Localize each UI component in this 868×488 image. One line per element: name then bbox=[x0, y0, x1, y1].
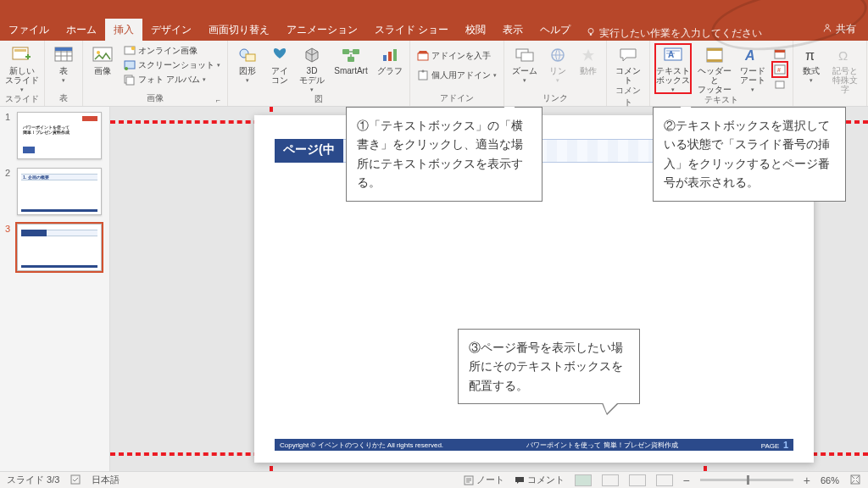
fit-window-button[interactable] bbox=[849, 474, 861, 487]
action-button[interactable]: 動作 bbox=[576, 44, 601, 75]
reading-view-button[interactable] bbox=[629, 474, 646, 486]
table-label: 表 bbox=[59, 66, 68, 75]
zoom-slider[interactable] bbox=[700, 479, 793, 481]
svg-rect-1 bbox=[590, 34, 592, 36]
chart-button[interactable]: グラフ bbox=[376, 44, 404, 75]
tell-me[interactable]: 実行したい作業を入力してください bbox=[586, 26, 762, 41]
thumbnail-1[interactable]: 1パワーポイントを使って 簡単！プレゼン資料作成 bbox=[5, 112, 104, 159]
title-bar bbox=[0, 0, 868, 19]
thumb-num: 3 bbox=[5, 224, 12, 271]
group-slides: 新しい スライド ▾ スライド bbox=[0, 41, 45, 106]
equation-label: 数式 bbox=[803, 66, 820, 75]
link-label: リン bbox=[549, 66, 566, 75]
slide-number-button[interactable]: # bbox=[772, 62, 787, 77]
zoom-button[interactable]: ズーム▾ bbox=[509, 44, 540, 84]
new-slide-label: 新しい スライド bbox=[5, 66, 39, 85]
wordart-button[interactable]: Aワード アート▾ bbox=[738, 44, 767, 93]
svg-rect-16 bbox=[246, 54, 255, 61]
svg-rect-18 bbox=[353, 49, 359, 54]
svg-text:A: A bbox=[668, 50, 674, 59]
svg-rect-33 bbox=[707, 59, 722, 62]
action-label: 動作 bbox=[580, 66, 597, 75]
symbol-button[interactable]: Ω記号と 特殊文字 bbox=[829, 44, 861, 94]
3d-models-button[interactable]: 3D モデル▾ bbox=[298, 44, 326, 93]
normal-view-button[interactable] bbox=[575, 474, 592, 486]
tell-me-text: 実行したい作業を入力してください bbox=[599, 26, 762, 41]
callout-3-text: ③ページ番号を表示したい場所にそのテキストボックスを配置する。 bbox=[469, 341, 623, 392]
my-addins-button[interactable]: 個人用アドイン ▾ bbox=[415, 69, 498, 82]
tab-view[interactable]: 表示 bbox=[494, 19, 531, 41]
tab-animations[interactable]: アニメーション bbox=[278, 19, 366, 41]
zoom-label: ズーム bbox=[512, 66, 537, 75]
pictures-button[interactable]: 画像 bbox=[88, 44, 117, 75]
svg-rect-19 bbox=[348, 57, 354, 62]
tab-design[interactable]: デザイン bbox=[142, 19, 200, 41]
status-bar: スライド 3/3 日本語 ノート コメント − + 66% bbox=[0, 471, 868, 488]
online-pictures-icon bbox=[124, 45, 136, 57]
slideshow-view-button[interactable] bbox=[656, 474, 673, 486]
status-lang[interactable]: 日本語 bbox=[92, 474, 120, 486]
equation-button[interactable]: π数式▾ bbox=[798, 44, 824, 84]
dialog-launcher-icon[interactable]: ⌐ bbox=[216, 96, 220, 104]
link-button[interactable]: リン▾ bbox=[545, 44, 570, 84]
svg-rect-32 bbox=[707, 48, 722, 51]
store-icon bbox=[417, 50, 429, 62]
tab-transitions[interactable]: 画面切り替え bbox=[200, 19, 278, 41]
icons-button[interactable]: アイ コン bbox=[267, 44, 292, 85]
svg-rect-4 bbox=[14, 49, 26, 52]
textbox-icon: A bbox=[662, 46, 684, 64]
zoom-percent[interactable]: 66% bbox=[821, 475, 839, 485]
spellcheck-icon[interactable] bbox=[70, 474, 81, 487]
cube-icon bbox=[301, 46, 323, 64]
textbox-button[interactable]: Aテキスト ボックス▾ bbox=[655, 44, 691, 93]
comment-icon bbox=[617, 46, 639, 64]
symbol-icon: Ω bbox=[834, 46, 856, 64]
group-addins: アドインを入手 個人用アドイン ▾ アドイン bbox=[410, 41, 504, 106]
slide-footer[interactable]: Copyright © イベントのつくりかた All rights reserv… bbox=[275, 439, 793, 451]
shapes-button[interactable]: 図形▾ bbox=[233, 44, 262, 84]
get-addins-button[interactable]: アドインを入手 bbox=[415, 49, 498, 63]
svg-rect-27 bbox=[521, 53, 533, 61]
photo-album-button[interactable]: フォト アルバム ▾ bbox=[122, 73, 222, 86]
dropdown-icon: ▾ bbox=[62, 77, 65, 84]
smartart-button[interactable]: SmartArt bbox=[331, 44, 370, 75]
svg-rect-20 bbox=[383, 55, 387, 61]
zoom-out-button[interactable]: − bbox=[683, 474, 690, 487]
link-icon bbox=[547, 46, 569, 64]
chart-label: グラフ bbox=[377, 66, 403, 75]
album-label: フォト アルバム bbox=[138, 74, 200, 86]
thumbnail-2[interactable]: 21. 企画の概要 bbox=[5, 168, 104, 215]
table-button[interactable]: 表 ▾ bbox=[50, 44, 77, 84]
sorter-view-button[interactable] bbox=[602, 474, 619, 486]
new-slide-button[interactable]: 新しい スライド ▾ bbox=[5, 44, 39, 93]
thumbnail-3[interactable]: 3 bbox=[5, 224, 104, 271]
symbol-label: 記号と 特殊文字 bbox=[829, 66, 861, 94]
icons-icon bbox=[269, 46, 291, 64]
screenshot-button[interactable]: スクリーンショット ▾ bbox=[122, 58, 222, 72]
comment-button[interactable]: コメント bbox=[612, 44, 644, 85]
group-images-label: 画像⌐ bbox=[88, 92, 222, 106]
zoom-in-button[interactable]: + bbox=[804, 474, 810, 487]
tab-review[interactable]: 校閲 bbox=[457, 19, 494, 41]
header-footer-button[interactable]: ヘッダーと フッター bbox=[696, 44, 733, 94]
svg-point-12 bbox=[125, 67, 128, 70]
screenshot-label: スクリーンショット bbox=[138, 59, 214, 71]
svg-rect-36 bbox=[775, 50, 785, 53]
object-button[interactable] bbox=[772, 78, 787, 92]
group-tables-label: 表 bbox=[50, 92, 77, 106]
svg-text:Ω: Ω bbox=[838, 48, 848, 63]
tab-home[interactable]: ホーム bbox=[58, 19, 105, 41]
comments-button[interactable]: コメント bbox=[515, 474, 565, 486]
title-text: ページ(中 bbox=[275, 139, 343, 163]
slide-canvas-area[interactable]: ページ(中 1.中表紙(大項目) Copyright © イベントのつくりかた … bbox=[110, 107, 868, 471]
tab-slideshow[interactable]: スライド ショー bbox=[366, 19, 457, 41]
online-pictures-button[interactable]: オンライン画像 bbox=[122, 44, 222, 58]
screenshot-icon bbox=[124, 59, 136, 71]
tab-file[interactable]: ファイル bbox=[0, 19, 58, 41]
puzzle-icon bbox=[417, 69, 429, 81]
notes-button[interactable]: ノート bbox=[464, 474, 504, 486]
tab-help[interactable]: ヘルプ bbox=[531, 19, 579, 41]
tab-insert[interactable]: 挿入 bbox=[105, 19, 142, 41]
slide-number-icon: # bbox=[774, 64, 786, 75]
smartart-icon bbox=[340, 46, 362, 64]
